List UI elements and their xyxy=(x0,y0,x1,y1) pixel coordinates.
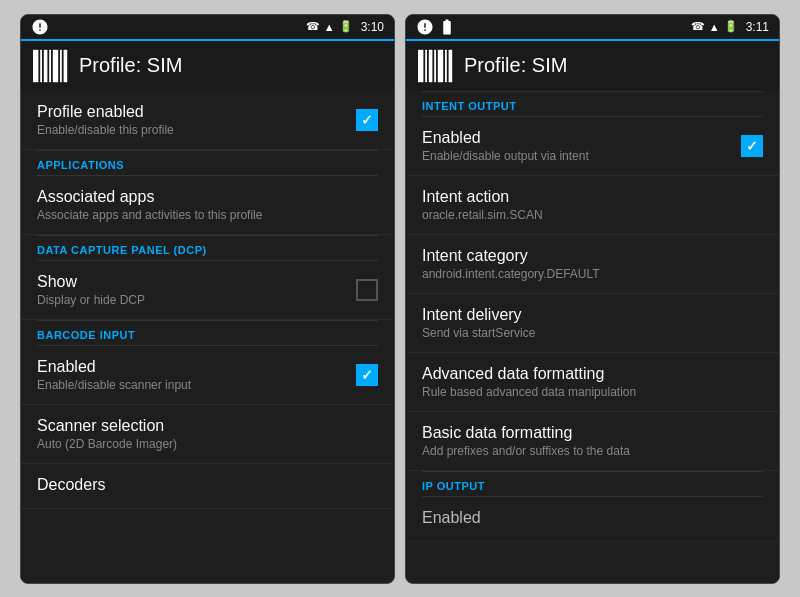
page-title-left: Profile: SIM xyxy=(79,54,182,77)
content-right[interactable]: INTENT OUTPUT Enabled Enable/disable out… xyxy=(406,91,779,583)
scanner-selection-subtitle: Auto (2D Barcode Imager) xyxy=(37,437,378,451)
barcode-icon-left xyxy=(33,48,69,84)
dcp-header: DATA CAPTURE PANEL (DCP) xyxy=(21,236,394,260)
intent-enabled-title: Enabled xyxy=(422,129,741,147)
svg-rect-7 xyxy=(418,49,423,81)
applications-header: APPLICATIONS xyxy=(21,151,394,175)
svg-rect-11 xyxy=(438,49,443,81)
title-bar-right: Profile: SIM xyxy=(406,39,779,91)
phone-icon-2: ☎ xyxy=(691,20,705,33)
svg-rect-3 xyxy=(49,49,51,81)
scanner-selection-title: Scanner selection xyxy=(37,417,378,435)
show-subtitle: Display or hide DCP xyxy=(37,293,356,307)
profile-enabled-title: Profile enabled xyxy=(37,103,356,121)
time-display: 3:10 xyxy=(361,20,384,34)
intent-category-title: Intent category xyxy=(422,247,763,265)
intent-action-item[interactable]: Intent action oracle.retail.sim.SCAN xyxy=(406,176,779,235)
intent-enabled-item[interactable]: Enabled Enable/disable output via intent xyxy=(406,117,779,176)
intent-enabled-text: Enabled Enable/disable output via intent xyxy=(422,129,741,163)
svg-rect-6 xyxy=(64,49,68,81)
intent-action-text: Intent action oracle.retail.sim.SCAN xyxy=(422,188,763,222)
svg-rect-8 xyxy=(425,49,427,81)
svg-rect-1 xyxy=(40,49,42,81)
time-display-2: 3:11 xyxy=(746,20,769,34)
associated-apps-title: Associated apps xyxy=(37,188,378,206)
notification-icon xyxy=(31,18,49,36)
wifi-icon-2: ▲ xyxy=(709,21,720,33)
intent-category-item[interactable]: Intent category android.intent.category.… xyxy=(406,235,779,294)
status-left-icons xyxy=(31,18,49,36)
ip-enabled-title: Enabled xyxy=(422,509,763,527)
svg-rect-10 xyxy=(434,49,436,81)
barcode-header: BARCODE INPUT xyxy=(21,321,394,345)
barcode-enabled-item[interactable]: Enabled Enable/disable scanner input xyxy=(21,346,394,405)
battery-icon: 🔋 xyxy=(339,20,353,33)
associated-apps-item[interactable]: Associated apps Associate apps and activ… xyxy=(21,176,394,235)
decoders-title: Decoders xyxy=(37,476,378,494)
svg-rect-0 xyxy=(33,49,38,81)
associated-apps-subtitle: Associate apps and activities to this pr… xyxy=(37,208,378,222)
svg-rect-2 xyxy=(44,49,48,81)
advanced-formatting-text: Advanced data formatting Rule based adva… xyxy=(422,365,763,399)
status-right-icons: ☎ ▲ 🔋 3:10 xyxy=(306,20,384,34)
svg-rect-9 xyxy=(429,49,433,81)
intent-enabled-subtitle: Enable/disable output via intent xyxy=(422,149,741,163)
ip-output-header: IP OUTPUT xyxy=(406,472,779,496)
show-checkbox[interactable] xyxy=(356,279,378,301)
decoders-item[interactable]: Decoders xyxy=(21,464,394,509)
intent-enabled-checkbox[interactable] xyxy=(741,135,763,157)
title-bar-left: Profile: SIM xyxy=(21,39,394,91)
status-bar-right: ☎ ▲ 🔋 3:11 xyxy=(406,15,779,39)
wifi-icon: ▲ xyxy=(324,21,335,33)
page-title-right: Profile: SIM xyxy=(464,54,567,77)
profile-enabled-text: Profile enabled Enable/disable this prof… xyxy=(37,103,356,137)
profile-enabled-subtitle: Enable/disable this profile xyxy=(37,123,356,137)
phone-icon: ☎ xyxy=(306,20,320,33)
svg-rect-12 xyxy=(445,49,447,81)
content-left[interactable]: Profile enabled Enable/disable this prof… xyxy=(21,91,394,583)
show-text: Show Display or hide DCP xyxy=(37,273,356,307)
intent-delivery-text: Intent delivery Send via startService xyxy=(422,306,763,340)
intent-output-header: INTENT OUTPUT xyxy=(406,92,779,116)
scanner-selection-item[interactable]: Scanner selection Auto (2D Barcode Image… xyxy=(21,405,394,464)
barcode-enabled-text: Enabled Enable/disable scanner input xyxy=(37,358,356,392)
basic-formatting-title: Basic data formatting xyxy=(422,424,763,442)
profile-enabled-checkbox[interactable] xyxy=(356,109,378,131)
show-title: Show xyxy=(37,273,356,291)
barcode-enabled-title: Enabled xyxy=(37,358,356,376)
battery-icon-2 xyxy=(438,18,456,36)
ip-enabled-item[interactable]: Enabled xyxy=(406,497,779,542)
profile-enabled-item[interactable]: Profile enabled Enable/disable this prof… xyxy=(21,91,394,150)
advanced-formatting-item[interactable]: Advanced data formatting Rule based adva… xyxy=(406,353,779,412)
show-item[interactable]: Show Display or hide DCP xyxy=(21,261,394,320)
svg-rect-13 xyxy=(449,49,453,81)
associated-apps-text: Associated apps Associate apps and activ… xyxy=(37,188,378,222)
battery-icon-3: 🔋 xyxy=(724,20,738,33)
barcode-enabled-checkbox[interactable] xyxy=(356,364,378,386)
intent-action-subtitle: oracle.retail.sim.SCAN xyxy=(422,208,763,222)
intent-delivery-subtitle: Send via startService xyxy=(422,326,763,340)
basic-formatting-item[interactable]: Basic data formatting Add prefixes and/o… xyxy=(406,412,779,471)
barcode-enabled-subtitle: Enable/disable scanner input xyxy=(37,378,356,392)
phone-right: ☎ ▲ 🔋 3:11 Profile: SIM INTENT OUTPUT En… xyxy=(405,14,780,584)
notification-icon-right xyxy=(416,18,434,36)
intent-action-title: Intent action xyxy=(422,188,763,206)
status-right-left-icons xyxy=(416,18,456,36)
svg-rect-5 xyxy=(60,49,62,81)
basic-formatting-text: Basic data formatting Add prefixes and/o… xyxy=(422,424,763,458)
status-right-right-icons: ☎ ▲ 🔋 3:11 xyxy=(691,20,769,34)
barcode-icon-right xyxy=(418,48,454,84)
intent-delivery-item[interactable]: Intent delivery Send via startService xyxy=(406,294,779,353)
advanced-formatting-subtitle: Rule based advanced data manipulation xyxy=(422,385,763,399)
svg-rect-4 xyxy=(53,49,58,81)
basic-formatting-subtitle: Add prefixes and/or suffixes to the data xyxy=(422,444,763,458)
advanced-formatting-title: Advanced data formatting xyxy=(422,365,763,383)
intent-category-text: Intent category android.intent.category.… xyxy=(422,247,763,281)
intent-delivery-title: Intent delivery xyxy=(422,306,763,324)
intent-category-subtitle: android.intent.category.DEFAULT xyxy=(422,267,763,281)
phone-left: ☎ ▲ 🔋 3:10 Profile: SIM Profile enabled … xyxy=(20,14,395,584)
ip-enabled-text: Enabled xyxy=(422,509,763,529)
scanner-selection-text: Scanner selection Auto (2D Barcode Image… xyxy=(37,417,378,451)
status-bar-left: ☎ ▲ 🔋 3:10 xyxy=(21,15,394,39)
decoders-text: Decoders xyxy=(37,476,378,496)
